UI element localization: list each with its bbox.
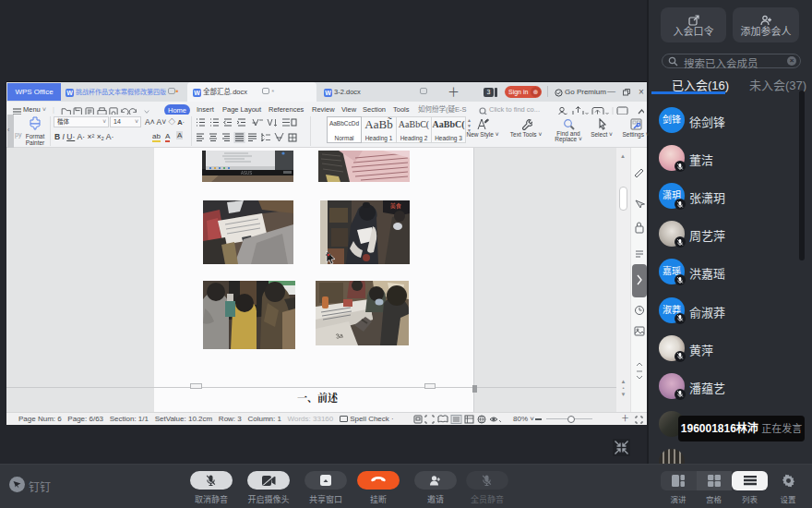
svg-text:ASUS: ASUS (241, 171, 252, 175)
svg-text:美食: 美食 (389, 202, 402, 210)
